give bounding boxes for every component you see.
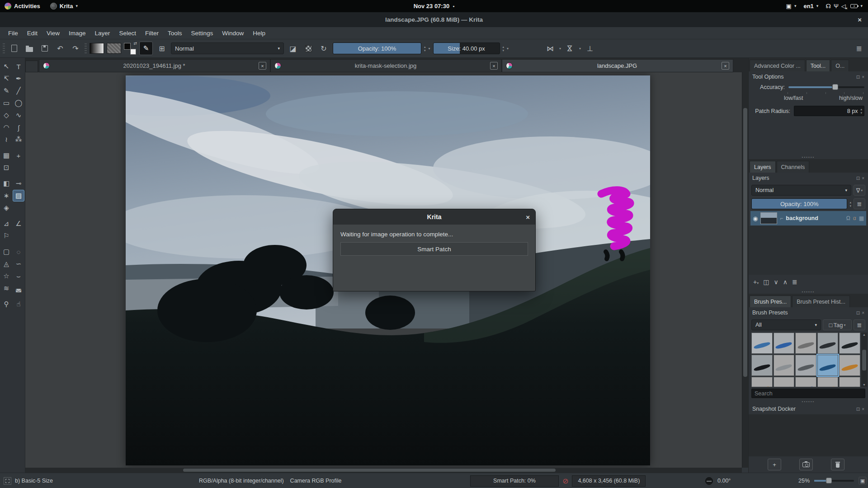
menu-image[interactable]: Image: [64, 28, 90, 38]
layer-thumbnail[interactable]: [760, 212, 777, 224]
selection-mode-icon[interactable]: [4, 477, 11, 485]
layer-properties-button[interactable]: ≣: [792, 278, 797, 286]
menu-help[interactable]: Help: [248, 28, 270, 38]
dock-splitter[interactable]: ••••••: [749, 289, 868, 294]
layer-filter-button[interactable]: ∇ ▾: [854, 185, 865, 196]
menu-view[interactable]: View: [42, 28, 64, 38]
slider-handle[interactable]: [826, 478, 832, 483]
magnetic-selection-tool[interactable]: ≋: [0, 282, 12, 294]
foreground-background-colors[interactable]: ⇄: [124, 42, 137, 55]
tab-brush-preset-history[interactable]: Brush Preset Hist...: [792, 296, 850, 307]
tab-overview[interactable]: O...: [831, 60, 849, 71]
zoom-level-value[interactable]: 25%: [798, 478, 810, 484]
menu-edit[interactable]: Edit: [23, 28, 42, 38]
toolbar-overflow-button[interactable]: ≣: [853, 42, 865, 55]
brush-preset-tile[interactable]: [839, 333, 860, 354]
smart-patch-tool[interactable]: ▨: [13, 190, 24, 202]
close-docker-icon[interactable]: ×: [862, 176, 864, 181]
rectangular-selection-tool[interactable]: ▢: [0, 246, 12, 258]
zoom-slider[interactable]: [814, 480, 854, 482]
layer-list-empty[interactable]: [749, 226, 868, 275]
edit-brush-settings-button[interactable]: ✎: [139, 42, 153, 55]
app-menu[interactable]: Krita ▾: [50, 3, 78, 9]
canvas-vertical-scrollbar[interactable]: [742, 72, 748, 468]
gradient-tool[interactable]: ◧: [0, 178, 12, 189]
polygonal-selection-tool[interactable]: ◬: [0, 258, 12, 270]
reference-images-tool[interactable]: ⚐: [0, 230, 12, 242]
swap-colors-icon[interactable]: ⇄: [133, 41, 137, 46]
scrollbar-handle[interactable]: [862, 350, 866, 371]
brush-preset-tile[interactable]: [751, 333, 773, 354]
fill-tool[interactable]: ◈: [0, 202, 12, 214]
brush-preset-tile[interactable]: [839, 355, 860, 376]
layer-opacity-slider[interactable]: Opacity: 100%: [751, 198, 847, 209]
brush-preset-tile[interactable]: [795, 355, 816, 376]
layer-lock-icon[interactable]: Ω: [846, 215, 850, 221]
text-tool[interactable]: T: [13, 61, 24, 72]
save-button[interactable]: [38, 42, 51, 55]
presets-view-mode-button[interactable]: ≣: [854, 319, 865, 330]
crop-tool[interactable]: ⊡: [0, 162, 12, 174]
toolbar-grip[interactable]: [3, 43, 5, 53]
brush-preset-tile[interactable]: [751, 355, 773, 376]
tab-landscape[interactable]: landscape.JPG ×: [502, 59, 733, 72]
layer-visibility-icon[interactable]: ◉: [753, 215, 758, 222]
tab-brush-presets[interactable]: Brush Pres...: [750, 296, 791, 307]
keyboard-layout-indicator[interactable]: en1 ▾: [803, 3, 818, 9]
close-docker-icon[interactable]: ×: [862, 75, 864, 80]
polygon-tool[interactable]: ◇: [0, 109, 12, 121]
freehand-path-tool[interactable]: ∫: [13, 122, 24, 133]
colorize-mask-tool[interactable]: ∗: [0, 190, 12, 202]
dialog-title-bar[interactable]: Krita ×: [333, 209, 535, 225]
scrollbar-handle[interactable]: [183, 469, 556, 472]
scrollbar-handle[interactable]: [743, 108, 747, 377]
canvas-rotation-icon[interactable]: [705, 477, 713, 485]
close-icon[interactable]: ×: [722, 62, 729, 70]
mirror-horizontal-button[interactable]: ⋈: [544, 42, 557, 55]
tag-button[interactable]: □ Tag ▾: [823, 319, 852, 330]
menu-settings[interactable]: Settings: [186, 28, 217, 38]
tab-tool-options[interactable]: Tool...: [806, 60, 830, 71]
duplicate-layer-button[interactable]: ◫: [763, 278, 769, 286]
assistants-tool[interactable]: ⊿: [0, 218, 12, 230]
float-docker-icon[interactable]: ⊡: [856, 176, 860, 181]
choose-brush-preset-button[interactable]: ⊞: [156, 42, 168, 55]
foreground-color-swatch[interactable]: [124, 43, 131, 50]
move-tool[interactable]: +: [13, 150, 24, 161]
calligraphy-tool[interactable]: ✒: [13, 73, 24, 84]
undo-button[interactable]: ↶: [54, 42, 66, 55]
rectangle-tool[interactable]: ▭: [0, 97, 12, 109]
mirror-vertical-button[interactable]: ⋈: [564, 42, 576, 55]
accuracy-slider[interactable]: [788, 86, 864, 88]
brush-preset-tile[interactable]: [774, 333, 795, 354]
opacity-slider[interactable]: Opacity: 100%: [333, 42, 421, 54]
bezier-curve-tool[interactable]: ◠: [0, 122, 12, 133]
snapshot-list[interactable]: [749, 414, 868, 456]
menu-filter[interactable]: Filter: [141, 28, 163, 38]
size-spinner[interactable]: ▴▾: [503, 45, 505, 52]
tab-channels[interactable]: Channels: [777, 161, 810, 173]
tab-advanced-color-selector[interactable]: Advanced Color ...: [750, 60, 805, 71]
polyline-tool[interactable]: ∿: [13, 109, 24, 121]
menu-layer[interactable]: Layer: [90, 28, 115, 38]
clipboard-indicator[interactable]: ▣ ▾: [786, 3, 797, 9]
capture-snapshot-button[interactable]: [799, 459, 813, 470]
delete-snapshot-button[interactable]: [831, 459, 844, 470]
move-layer-down-button[interactable]: ∨: [774, 278, 778, 286]
transform-tool[interactable]: ▦: [0, 150, 12, 161]
patch-radius-spinner[interactable]: ▴▾: [860, 108, 862, 114]
window-title-bar[interactable]: landscape.JPG (60.8 MiB) — Krita ×: [0, 12, 868, 27]
blending-mode-combo[interactable]: Normal ▾: [171, 42, 284, 54]
new-document-button[interactable]: [8, 42, 20, 55]
image-size-button[interactable]: 4,608 x 3,456 (60.8 MiB): [572, 475, 646, 487]
canvas-horizontal-scrollbar[interactable]: [25, 468, 742, 473]
chevron-down-icon[interactable]: ▾: [429, 47, 430, 51]
canvas-rotation-value[interactable]: 0.00°: [717, 478, 731, 484]
brush-preset-tile[interactable]: [817, 355, 839, 376]
activities-button[interactable]: Activities: [5, 3, 40, 9]
brush-size-slider[interactable]: Size: 40.00 px: [433, 42, 500, 54]
toolbar-grip[interactable]: [85, 43, 87, 53]
patch-radius-input[interactable]: 8 px ▴▾: [794, 106, 864, 116]
preserve-alpha-button[interactable]: [302, 42, 315, 55]
layer-name[interactable]: background: [786, 215, 843, 221]
